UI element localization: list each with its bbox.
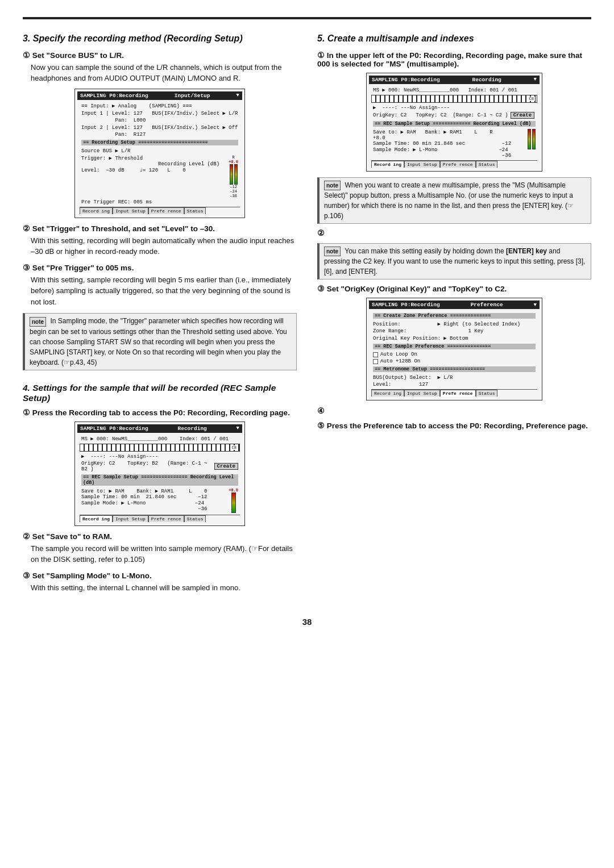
section5-note2: note You can make this setting easily by… [317, 243, 591, 279]
screen-pref-orig-key: Original Key Position: ▶ Bottom [371, 335, 537, 342]
tab-ms-recording[interactable]: Record ing [371, 161, 404, 168]
screen-tab-bar-1: Record ing Input Setup Prefe rence Statu… [80, 207, 240, 214]
section3-note: note In Sampling mode, the "Trigger" par… [23, 313, 297, 370]
auto-128-checkbox[interactable] [373, 359, 378, 364]
note-label: note [30, 317, 46, 327]
step5-1-title: ① In the upper left of the P0: Recording… [317, 51, 591, 68]
auto-loop-checkbox[interactable] [373, 352, 378, 357]
section3-step1: ① Set "Source BUS" to L/R. Now you can s… [23, 51, 297, 218]
screen-rec-setup-label: ≡≡ REC Sample Setup ≡≡≡≡≡≡≡≡≡≡≡≡≡≡≡≡ Rec… [80, 473, 240, 487]
step3-2-body: With this setting, recording will begin … [31, 235, 297, 257]
step3-3-title: ③ Set "Pre Trigger" to 005 ms. [23, 263, 297, 272]
top-border [23, 17, 591, 19]
section5-note2-text: You can make this setting easily by hold… [324, 247, 585, 276]
tab-rec-status[interactable]: Status [184, 515, 206, 522]
screen-row-source: Source BUS ▶ L/R [80, 147, 240, 155]
screen-pref-position: Position: ▶ Right (to Selected Index) [371, 320, 537, 328]
create-button[interactable]: Create [214, 463, 238, 470]
screen-rec-arrow: ▼ [237, 425, 239, 431]
screen-input-setup: SAMPLING P0:Recording Input/Setup ▼ ≡≡ I… [74, 89, 245, 218]
step4-2-title: ② Set "Save to" to RAM. [23, 532, 297, 541]
screen-tab-bar-2: Record ing Input Setup Prefe rence Statu… [80, 515, 240, 522]
screen-rec-ms: MS ▶ 000: NewMS__________000 Index: 001 … [80, 435, 240, 443]
screen-pref: SAMPLING P0:Recording Preference ▼ ≡≡ Cr… [366, 298, 542, 400]
tab-input-setup[interactable]: Input Setup [113, 207, 148, 214]
screen-pref-auto-128: Auto +128B On [371, 358, 537, 365]
screen-pref-zone-label: ≡≡ Create Zone Preference ≡≡≡≡≡≡≡≡≡≡≡≡≡≡ [371, 311, 537, 320]
tab-ms-input[interactable]: Input Setup [404, 161, 440, 168]
screen-input-setup-body: ≡≡ Input: ▶ Analog (SAMPLING) ≡≡≡ Input … [77, 101, 242, 215]
step4-3-body: With this setting, the internal L channe… [31, 582, 297, 594]
screen-pref-level: Level: 127 [371, 381, 537, 388]
tab-pref-input[interactable]: Input Setup [404, 390, 440, 397]
step3-3-body: With this setting, sample recording will… [31, 274, 297, 308]
section5-step1: ① In the upper left of the P0: Recording… [317, 51, 591, 172]
screen-pref-body: ≡≡ Create Zone Preference ≡≡≡≡≡≡≡≡≡≡≡≡≡≡… [369, 310, 540, 398]
tab-ms-pref[interactable]: Prefe rence [440, 161, 476, 168]
screen-header-right: Input/Setup [175, 93, 210, 99]
step4-3-title: ③ Set "Sampling Mode" to L-Mono. [23, 571, 297, 580]
screen-ms-arrow: ▼ [534, 77, 537, 82]
screen-row-3: Pan: L000 [80, 117, 240, 124]
tab-preference[interactable]: Prefe rence [148, 207, 184, 214]
screen-header-left: SAMPLING P0:Recording [80, 93, 148, 99]
section-5-title: 5. Create a multisample and indexes [317, 33, 591, 45]
screen-ms-ms-row: MS ▶ 000: NewMS__________000 Index: 001 … [371, 86, 537, 94]
tab-recording[interactable]: Record ing [80, 207, 113, 214]
section4-step3: ③ Set "Sampling Mode" to L-Mono. With th… [23, 571, 297, 594]
tab-ms-status[interactable]: Status [476, 161, 498, 168]
meter-bar-l [230, 164, 233, 185]
screen-pref-header-left: SAMPLING P0:Recording [372, 302, 440, 308]
screen-rec-header-left: SAMPLING P0:Recording [80, 425, 148, 432]
section-4: 4. Settings for the sample that will be … [23, 383, 297, 594]
level-meter-area: R +8.0 –12 –24 –36 [229, 155, 238, 198]
screen-ms-save-area: Save to: ▶ RAM Bank: ▶ RAM1 L R +8.0 Sam… [371, 128, 537, 159]
screen-rec-header-right: Recording [178, 425, 207, 432]
main-content: 3. Specify the recording method (Recordi… [23, 33, 591, 606]
screen-tab-bar-pref: Record ing Input Setup Prefe rence Statu… [371, 389, 537, 397]
screen-input-setup-header: SAMPLING P0:Recording Input/Setup ▼ [77, 91, 242, 100]
section3-step2: ② Set "Trigger" to Threshold, and set "L… [23, 224, 297, 257]
meter-bars-ms [528, 129, 536, 149]
tab-rec-pref[interactable]: Prefe rence [148, 515, 184, 522]
screen-tab-bar-ms: Record ing Input Setup Prefe rence Statu… [371, 160, 537, 168]
section5-note1-text: When you want to create a new multisampl… [324, 181, 574, 220]
step3-1-title: ① Set "Source BUS" to L/R. [23, 51, 297, 60]
meter-bar-single [231, 493, 236, 513]
tab-pref-pref[interactable]: Prefe rence [440, 390, 476, 397]
screen-pref-auto-loop: Auto Loop On [371, 351, 537, 358]
create-button-ms[interactable]: Create [511, 112, 534, 119]
screen-row-2: Input 1 | Level: 127 BUS(IFX/Indiv.) Sel… [80, 110, 240, 117]
page-container: 3. Specify the recording method (Recordi… [23, 17, 591, 627]
step3-1-num: ① [23, 51, 32, 60]
screen-pref-zone-range: Zone Range: 1 Key [371, 328, 537, 335]
tab-pref-recording[interactable]: Record ing [371, 390, 404, 397]
note-label-5b: note [324, 247, 341, 256]
screen-pref-arrow: ▼ [534, 302, 537, 308]
screen-ms: SAMPLING P0:Recording Recording ▼ MS ▶ 0… [366, 73, 542, 172]
note-label-5a: note [324, 181, 341, 190]
tab-rec-recording[interactable]: Record ing [80, 515, 113, 522]
section-5: 5. Create a multisample and indexes ① In… [317, 33, 591, 430]
left-column: 3. Specify the recording method (Recordi… [23, 33, 297, 606]
screen-header-arrow: ▼ [237, 93, 239, 98]
tab-status[interactable]: Status [184, 207, 206, 214]
screen-rec-save-left: Save to: ▶ RAM Bank: ▶ RAM1 L 0 Sample T… [81, 488, 227, 512]
screen-recording-header: SAMPLING P0:Recording Recording ▼ [77, 424, 242, 433]
screen-ms-assign: ▶ ----: ---No Assign---- [371, 104, 537, 111]
right-column: 5. Create a multisample and indexes ① In… [317, 33, 591, 443]
screen-ms-header-right: Recording [472, 77, 501, 83]
screen-row-rec-label: ≡≡ Recording Setup ≡≡≡≡≡≡≡≡≡≡≡≡≡≡≡≡≡≡≡≡≡… [80, 138, 240, 147]
screen-row-pretrig: Pre Trigger REC: 005 ms [80, 199, 240, 206]
step5-3-title: ③ Set "OrigKey (Original Key)" and "TopK… [317, 284, 591, 293]
tab-rec-input[interactable]: Input Setup [113, 515, 148, 522]
ms-meter-r [532, 129, 536, 149]
step3-2-title: ② Set "Trigger" to Threshold, and set "L… [23, 224, 297, 233]
screen-rec-save-area: Save to: ▶ RAM Bank: ▶ RAM1 L 0 Sample T… [80, 487, 240, 514]
section-3-title: 3. Specify the recording method (Recordi… [23, 33, 297, 45]
level-meter-area-2: +8.0 [229, 488, 238, 513]
tab-pref-status[interactable]: Status [476, 390, 498, 397]
section5-step4: ④ [317, 406, 591, 415]
meter-bars [230, 164, 238, 185]
screen-row-trigger-area: Trigger: ▶ Threshold Recording Level (dB… [80, 155, 240, 199]
